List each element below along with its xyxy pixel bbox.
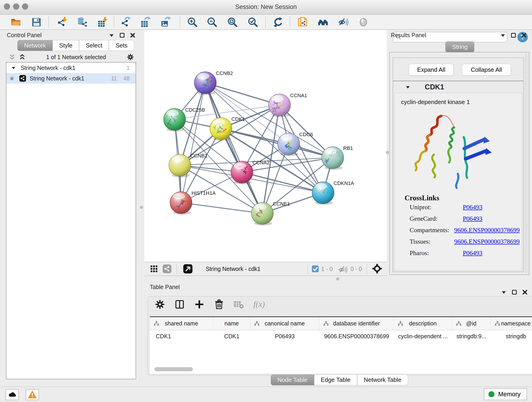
protein-section-header[interactable]: CDK1 [393,81,523,93]
status-bar: Memory [0,386,532,402]
protein-caret-icon[interactable] [405,84,411,90]
import-network-database-button[interactable] [77,17,88,28]
refresh-layout-button[interactable] [272,17,283,28]
network-node-CDC25B[interactable]: CDC25B [164,107,205,132]
collapse-caret-icon[interactable] [500,32,506,38]
table-cell[interactable]: stringdb [491,330,532,342]
close-panel-icon[interactable] [522,289,528,295]
export-network-button[interactable] [120,17,132,28]
import-table-file-button[interactable] [97,17,108,28]
collection-caret-icon[interactable] [11,65,16,70]
bottom-splitter-handle[interactable] [336,277,339,281]
expand-all-button[interactable]: Expand All [409,64,454,76]
cloud-sync-button[interactable] [6,389,19,400]
results-scrollbar[interactable] [525,53,528,274]
memory-label: Memory [498,391,520,398]
zoom-in-button[interactable] [187,17,198,28]
table-cell[interactable]: stringdb:9... [452,330,491,342]
delete-table-button[interactable] [233,299,244,310]
network-canvas[interactable]: CCNB2CCNA1CDC25BCDK1CDC6RB1CCNB1CCNA2CDK… [144,30,387,262]
network-graph[interactable]: CCNB2CCNA1CDC25BCDK1CDC6RB1CCNB1CCNA2CDK… [144,30,387,262]
collapse-all-button[interactable]: Collapse All [462,64,511,76]
table-cell[interactable]: CDK1 [213,330,250,342]
function-builder-button[interactable]: f(x) [253,299,268,310]
network-node-CDC6[interactable]: CDC6 [278,132,313,156]
save-session-button[interactable] [31,17,42,28]
tab-node-table[interactable]: Node Table [271,375,314,385]
hide-nodes-button[interactable] [338,17,349,28]
tab-sets[interactable]: Sets [109,40,134,51]
tab-string[interactable]: String [445,41,474,52]
crosslink-link[interactable]: P06493 [463,249,482,261]
tab-edge-table[interactable]: Edge Table [314,375,357,385]
left-splitter-handle[interactable] [140,206,143,209]
network-row-selected[interactable]: String Network - cdk1 11 48 [6,73,136,84]
table-cell[interactable]: 9606.ENSP00000378699 [319,330,394,342]
float-window-icon[interactable] [511,289,517,295]
crosslink-link[interactable]: P06493 [463,204,482,215]
open-external-button[interactable] [183,264,193,274]
crosslink-link[interactable]: 9606.ENSP00000378699 [454,226,520,238]
table-row[interactable]: CDK1CDK1P064939606.ENSP00000378699cyclin… [150,330,532,342]
import-network-file-button[interactable] [57,17,68,28]
cytoscape-window: { "titlebar": { "title": "Session: New S… [0,0,532,402]
collapse-caret-icon[interactable] [501,289,507,295]
float-window-icon[interactable] [510,32,516,38]
birdseye-crosshair-icon[interactable] [372,264,383,274]
network-node-CDKN1A[interactable]: CDKN1A [312,180,354,205]
float-window-icon[interactable] [119,32,125,38]
network-node-CCNE1[interactable]: CCNE1 [251,201,290,225]
zoom-out-button[interactable] [207,17,218,28]
show-glass-button[interactable] [358,17,369,28]
zoom-fit-button[interactable] [227,17,238,28]
network-collection-row[interactable]: String Network - cdk1 1 [6,63,136,73]
grid-view-button[interactable] [149,264,158,274]
share-view-button[interactable] [162,264,172,274]
string-home-button[interactable] [318,17,329,28]
network-options-gear-icon[interactable] [127,53,134,61]
network-node-CCNB2[interactable]: CCNB2 [194,70,233,95]
tab-network-table[interactable]: Network Table [357,375,408,385]
close-panel-icon[interactable] [130,32,136,38]
tab-style[interactable]: Style [52,40,79,51]
column-header-id[interactable]: @id [452,317,491,330]
column-header-description[interactable]: description [394,317,452,330]
export-table-button[interactable] [140,17,152,28]
column-header-database-identifier[interactable]: database identifier [319,317,394,330]
export-image-button[interactable] [161,17,172,28]
node-label: CCNE1 [273,201,290,207]
column-header-shared-name[interactable]: shared name [150,317,213,330]
string-import-button[interactable] [298,17,309,28]
crosslink-link[interactable]: 9606.ENSP00000378699 [454,238,520,249]
column-header-name[interactable]: name [213,317,250,330]
delete-column-button[interactable] [214,299,225,310]
table-cell[interactable]: CDK1 [150,330,213,342]
selected-checkbox-icon[interactable] [312,265,319,273]
memory-button[interactable]: Memory [484,388,527,400]
table-cell[interactable]: cyclin-dependent ... [394,330,452,342]
hidden-eye-icon[interactable] [338,265,348,273]
tab-select[interactable]: Select [79,40,109,51]
table-settings-gear-button[interactable] [154,299,165,310]
column-header-namespace[interactable]: namespace [491,317,532,330]
collapse-all-networks-icon[interactable] [19,54,26,61]
split-columns-button[interactable] [174,299,185,310]
table-horizontal-scrollbar[interactable] [154,367,193,371]
warning-button[interactable] [26,389,39,400]
network-node-CDK1[interactable]: CDK1 [210,116,245,141]
crosslink-link[interactable]: P06493 [463,215,482,226]
network-node-CCNA2[interactable]: CCNA2 [231,160,270,184]
column-header-canonical-name[interactable]: canonical name [250,317,319,330]
table-cell[interactable]: P06493 [250,330,319,342]
right-splitter-handle[interactable] [386,151,389,154]
network-node-RB1[interactable]: RB1 [322,145,353,170]
network-node-HIST1H1A[interactable]: HIST1H1A [170,190,215,215]
add-column-button[interactable] [194,299,205,310]
zoom-selected-button[interactable] [247,17,259,28]
close-panel-icon[interactable] [521,32,527,38]
open-file-button[interactable] [10,17,21,28]
network-view-bullet-icon [10,77,13,80]
tab-network[interactable]: Network [17,40,52,51]
collapse-caret-icon[interactable] [109,32,114,38]
expand-all-networks-icon[interactable] [9,54,16,61]
